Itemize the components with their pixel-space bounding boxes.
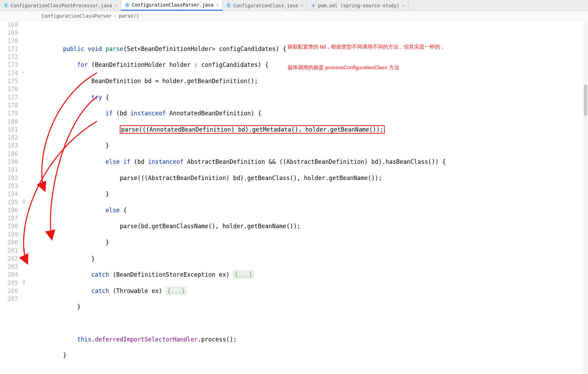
line-number: 201 <box>0 247 18 255</box>
line-number: 179 <box>0 109 18 117</box>
tab-label: pom.xml (spring-source-study) <box>318 3 400 8</box>
chevron-right-icon: › <box>114 13 116 19</box>
code-line[interactable] <box>35 368 588 374</box>
line-number: 200 <box>0 239 18 247</box>
code-line[interactable]: } <box>35 239 588 247</box>
code-line[interactable]: catch (Throwable ex) {...} <box>35 287 588 295</box>
line-number: 186 <box>0 150 18 158</box>
code-line[interactable]: } <box>35 142 588 150</box>
line-number: 169 <box>0 29 18 37</box>
code-line[interactable] <box>35 319 588 327</box>
line-number: 170 <box>0 37 18 45</box>
breadcrumb-class[interactable]: ConfigurationClassParser <box>42 13 112 19</box>
line-number: 174 <box>0 69 18 77</box>
line-number: 175 <box>0 77 18 85</box>
scrollbar-thumb[interactable] <box>584 84 587 116</box>
code-line[interactable]: } <box>35 351 588 359</box>
line-number: 204 <box>0 271 18 279</box>
close-icon[interactable]: × <box>115 3 117 8</box>
line-number: 206 <box>0 287 18 295</box>
code-editor[interactable]: 1681691701711721731741751761771781791801… <box>0 21 588 374</box>
line-number-gutter: 1681691701711721731741751761771781791801… <box>0 21 21 374</box>
close-icon[interactable]: × <box>402 3 405 8</box>
breadcrumb[interactable]: ConfigurationClassParser › parse() <box>0 11 588 21</box>
folded-block[interactable]: {...} <box>166 287 186 295</box>
line-number: 173 <box>0 61 18 69</box>
line-number: 191 <box>0 166 18 174</box>
override-gutter-icon[interactable]: @ <box>22 247 25 252</box>
line-number: 195 <box>0 198 18 206</box>
code-line[interactable]: parse(((AbstractBeanDefinition) bd).getB… <box>35 174 588 182</box>
code-line[interactable]: parse(bd.getBeanClassName(), holder.getB… <box>35 222 588 230</box>
line-number: 172 <box>0 53 18 61</box>
line-number: 194 <box>0 190 18 198</box>
folded-block[interactable]: {...} <box>233 271 253 278</box>
code-line[interactable]: } <box>35 303 588 311</box>
code-line[interactable]: if (bd instanceof AnnotatedBeanDefinitio… <box>35 109 588 117</box>
line-number: 199 <box>0 231 18 239</box>
java-class-icon: C <box>226 3 231 8</box>
line-number: 183 <box>0 142 18 150</box>
line-number: 192 <box>0 174 18 182</box>
line-number: 176 <box>0 85 18 93</box>
breadcrumb-method[interactable]: parse() <box>119 13 139 19</box>
code-line[interactable]: } <box>35 190 588 198</box>
java-class-icon: C <box>125 2 130 8</box>
line-number: 178 <box>0 101 18 109</box>
line-number: 180 <box>0 118 18 126</box>
tab-file-2[interactable]: C ConfigurationClass.java × <box>223 0 307 11</box>
line-number: 190 <box>0 158 18 166</box>
line-number: 181 <box>0 126 18 134</box>
tab-label: ConfigurationClassParser.java <box>132 2 214 8</box>
tab-label: ConfigurationClassPostProcessor.java <box>11 3 112 8</box>
code-content[interactable]: public void parse(Set<BeanDefinitionHold… <box>35 21 588 374</box>
line-number: 203 <box>0 263 18 271</box>
line-number: 198 <box>0 222 18 230</box>
java-class-icon: C <box>3 3 9 8</box>
code-line[interactable]: else if (bd instanceof AbstractBeanDefin… <box>35 158 588 166</box>
tab-file-0[interactable]: C ConfigurationClassPostProcessor.java × <box>0 0 121 11</box>
close-icon[interactable]: × <box>216 2 219 7</box>
code-line[interactable]: try { <box>35 93 588 101</box>
code-line[interactable]: parse(((AnnotatedBeanDefinition) bd).get… <box>35 126 588 134</box>
code-line[interactable]: this.deferredImportSelectorHandler.proce… <box>35 336 588 344</box>
close-icon[interactable]: × <box>301 3 303 8</box>
tab-label: ConfigurationClass.java <box>233 3 298 8</box>
checkmark-gutter-icon[interactable]: ✓ <box>22 69 25 75</box>
line-number: 168 <box>0 21 18 29</box>
annotation-text: 获取配置类的 bd，根据类型不同调用不同的方法，但其实是一样的， 最终调用的都是… <box>287 29 445 85</box>
line-number: 193 <box>0 182 18 190</box>
code-line[interactable]: catch (BeanDefinitionStoreException ex) … <box>35 271 588 279</box>
vertical-scrollbar[interactable] <box>583 21 588 374</box>
line-number: 177 <box>0 93 18 101</box>
code-line[interactable]: } <box>35 255 588 263</box>
line-number: 202 <box>0 255 18 263</box>
editor-tabs: C ConfigurationClassPostProcessor.java ×… <box>0 0 588 11</box>
line-number: 171 <box>0 45 18 53</box>
override-gutter-icon[interactable]: @ <box>22 198 25 204</box>
tab-file-1[interactable]: C ConfigurationClassParser.java × <box>121 0 223 11</box>
line-number: 207 <box>0 295 18 303</box>
line-number: 205 <box>0 279 18 287</box>
line-number: 182 <box>0 134 18 142</box>
code-line[interactable]: else { <box>35 206 588 214</box>
highlight-box: parse(((AnnotatedBeanDefinition) bd).get… <box>120 125 385 134</box>
override-gutter-icon[interactable]: @ <box>22 279 25 285</box>
tab-file-3[interactable]: m pom.xml (spring-source-study) × <box>307 0 409 11</box>
maven-file-icon: m <box>311 3 316 8</box>
line-number: 196 <box>0 206 18 214</box>
line-number: 197 <box>0 214 18 222</box>
gutter-annotations: ✓@@@ <box>21 21 35 374</box>
